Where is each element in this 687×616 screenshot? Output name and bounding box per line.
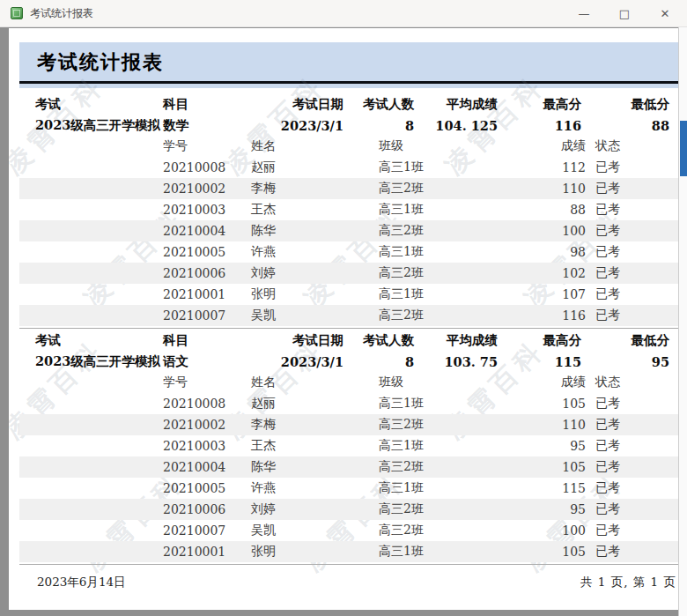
detail-cell: 110	[498, 418, 586, 432]
detail-header-cell: 状态	[586, 138, 669, 154]
summary-value-cell: 语文	[163, 353, 264, 370]
summary-header-cell: 考试日期	[264, 96, 344, 113]
detail-row: 20210002李梅高三2班110已考	[19, 414, 678, 435]
minimize-button[interactable]: —	[564, 0, 604, 26]
summary-header-cell: 考试日期	[264, 332, 344, 349]
detail-cell: 已考	[586, 523, 669, 538]
detail-cell: 20210004	[163, 224, 251, 238]
detail-cell: 20210005	[163, 481, 251, 495]
detail-cell: 已考	[586, 244, 669, 260]
summary-value-cell: 8	[344, 354, 414, 369]
detail-row: 20210003王杰高三1班88已考	[19, 199, 678, 220]
detail-cell: 已考	[586, 308, 669, 323]
app-icon	[11, 7, 23, 19]
detail-cell: 98	[498, 245, 586, 259]
detail-cell: 高三2班	[379, 417, 498, 433]
detail-cell: 20210002	[163, 182, 251, 196]
detail-cell: 许燕	[251, 244, 379, 260]
summary-value-row: 2023级高三开学模拟语文2023/3/18103. 7511595	[19, 351, 678, 372]
detail-row: 20210001张明高三1班107已考	[19, 284, 678, 305]
detail-row: 20210001张明高三1班105已考	[19, 541, 678, 562]
detail-header-cell: 姓名	[251, 375, 379, 390]
detail-cell: 已考	[586, 223, 669, 239]
detail-header-cell: 成绩	[498, 375, 586, 390]
detail-row: 20210008赵丽高三1班112已考	[19, 157, 678, 178]
detail-cell: 高三2班	[379, 501, 498, 517]
detail-cell: 100	[498, 224, 586, 238]
report-sections: 考试科目考试日期考试人数平均成绩最高分最低分2023级高三开学模拟数学2023/…	[9, 93, 678, 562]
detail-cell: 高三2班	[379, 308, 498, 323]
detail-cell: 已考	[586, 417, 669, 433]
detail-cell: 88	[498, 203, 586, 217]
detail-header-row: 学号姓名班级成绩状态	[19, 136, 678, 157]
window-titlebar[interactable]: 考试统计报表 — □ ✕	[0, 0, 687, 27]
detail-cell: 已考	[586, 265, 669, 281]
detail-cell: 20210006	[163, 502, 251, 516]
detail-cell: 20210007	[163, 523, 251, 538]
detail-cell: 许燕	[251, 480, 379, 496]
report-page: 凌霄百科凌霄百科凌霄百科凌霄百科凌霄百科凌霄百科凌霄百科凌霄百科凌霄百科凌霄百科…	[9, 28, 678, 610]
scrollbar-thumb[interactable]	[680, 121, 687, 176]
detail-row: 20210004陈华高三2班100已考	[19, 220, 678, 241]
maximize-button[interactable]: □	[604, 0, 645, 26]
detail-cell: 20210002	[163, 418, 251, 432]
detail-row: 20210002李梅高三2班110已考	[19, 178, 678, 199]
report-section: 考试科目考试日期考试人数平均成绩最高分最低分2023级高三开学模拟数学2023/…	[9, 93, 678, 326]
detail-cell: 陈华	[251, 459, 379, 475]
detail-row: 20210008赵丽高三1班105已考	[19, 393, 678, 414]
summary-header-cell: 平均成绩	[414, 332, 498, 349]
footer-page-count: 共 1 页, 第 1 页	[580, 575, 676, 590]
footer-date: 2023年6月14日	[37, 575, 126, 590]
summary-value-row: 2023级高三开学模拟数学2023/3/18104. 12511688	[19, 115, 678, 136]
detail-cell: 20210001	[163, 545, 251, 559]
vertical-scrollbar[interactable]	[678, 26, 687, 616]
summary-header-cell: 科目	[163, 96, 264, 113]
summary-header-cell: 考试	[35, 96, 163, 113]
detail-cell: 20210006	[163, 266, 251, 280]
detail-header-cell: 班级	[379, 138, 498, 154]
window-title: 考试统计报表	[30, 6, 93, 21]
detail-cell: 95	[498, 439, 586, 453]
detail-header-cell: 姓名	[251, 138, 379, 154]
detail-cell: 高三1班	[379, 286, 498, 302]
detail-row: 20210007吴凯高三2班116已考	[19, 305, 678, 326]
detail-cell: 高三1班	[379, 202, 498, 218]
detail-cell: 20210003	[163, 439, 251, 453]
detail-cell: 95	[498, 502, 586, 516]
detail-header-cell: 学号	[163, 138, 251, 154]
detail-header-cell: 状态	[586, 375, 669, 390]
detail-cell: 112	[498, 160, 586, 174]
detail-cell: 116	[498, 308, 586, 323]
summary-value-cell: 103. 75	[414, 354, 498, 369]
detail-cell: 吴凯	[251, 523, 379, 538]
detail-cell: 110	[498, 182, 586, 196]
summary-header-cell: 考试人数	[344, 96, 414, 113]
close-button[interactable]: ✕	[645, 0, 685, 26]
detail-header-cell: 学号	[163, 375, 251, 390]
title-underline	[19, 81, 678, 84]
summary-header-row: 考试科目考试日期考试人数平均成绩最高分最低分	[19, 330, 678, 351]
detail-cell: 王杰	[251, 438, 379, 454]
detail-row: 20210004陈华高三2班105已考	[19, 456, 678, 478]
summary-value-cell: 88	[581, 118, 669, 133]
detail-cell: 刘婷	[251, 501, 379, 517]
report-section: 考试科目考试日期考试人数平均成绩最高分最低分2023级高三开学模拟语文2023/…	[9, 328, 678, 562]
detail-cell: 105	[498, 397, 586, 411]
report-viewer-window: 考试统计报表 — □ ✕ 凌霄百科凌霄百科凌霄百科凌霄百科凌霄百科凌霄百科凌霄百…	[0, 0, 687, 616]
detail-header-cell: 班级	[379, 375, 498, 390]
summary-value-cell: 116	[498, 118, 581, 133]
summary-value-cell: 2023/3/1	[264, 118, 344, 133]
detail-cell: 107	[498, 287, 586, 301]
summary-value-cell: 数学	[163, 117, 264, 134]
detail-cell: 高三1班	[379, 544, 498, 560]
detail-cell: 已考	[586, 396, 669, 412]
detail-row: 20210005许燕高三1班98已考	[19, 241, 678, 263]
detail-cell: 105	[498, 545, 586, 559]
summary-value-cell: 8	[344, 118, 414, 133]
detail-cell: 高三2班	[379, 459, 498, 475]
detail-header-row: 学号姓名班级成绩状态	[19, 372, 678, 393]
detail-cell: 高三1班	[379, 438, 498, 454]
summary-header-cell: 最低分	[581, 96, 669, 113]
detail-cell: 105	[498, 460, 586, 474]
summary-header-cell: 科目	[163, 332, 264, 349]
